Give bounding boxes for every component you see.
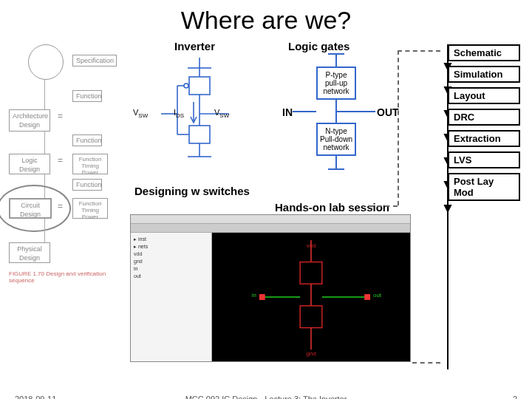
vsw-label-right: VSW: [214, 108, 229, 119]
svg-rect-3: [189, 77, 210, 95]
cmos-inverter-diagram: [155, 58, 244, 176]
svg-marker-23: [445, 205, 451, 211]
flow-layout: Layout: [448, 87, 520, 104]
eda-toolbar: [131, 224, 410, 233]
footer-page-number: 2: [513, 395, 517, 399]
eda-flow: Schematic Simulation Layout DRC Extracti…: [443, 44, 525, 205]
svg-rect-27: [300, 306, 322, 328]
in-label: IN: [282, 106, 293, 118]
tree-item: gnd: [134, 258, 208, 265]
function-label-1: Function: [72, 90, 102, 102]
wire: [337, 111, 375, 112]
dashed-line: [398, 50, 440, 52]
eda-schematic-canvas: vdd gnd in out: [212, 233, 410, 361]
wire: [335, 53, 337, 66]
flow-postlay: Post Lay Mod: [448, 173, 520, 201]
svg-point-4: [184, 83, 188, 88]
p-network-box: P-type pull-up network: [316, 66, 356, 100]
logic-design-box: Logic Design: [9, 154, 50, 174]
architecture-box: Architecture Design: [9, 109, 50, 132]
wire: [328, 53, 344, 55]
footer-title: MCC 092 IC Design - Lecture 3: The Inver…: [0, 395, 532, 399]
eda-menubar: [131, 215, 410, 224]
hands-on-label: Hands-on lab session: [275, 201, 389, 214]
out-label: OUT: [377, 106, 399, 118]
dashed-line: [369, 205, 398, 207]
designing-switches-label: Designing w switches: [134, 185, 250, 197]
ftp-box-2: Function Timing Power: [72, 198, 108, 219]
flow-line: [44, 132, 45, 154]
equal-1: =: [58, 111, 63, 121]
flow-drc: DRC: [448, 109, 520, 126]
svg-rect-32: [364, 294, 370, 300]
ftp-box-1: Function Timing Power: [72, 154, 108, 174]
svg-rect-25: [300, 262, 322, 284]
ids-label: IDS: [174, 108, 184, 119]
svg-text:vdd: vdd: [307, 242, 316, 249]
n-network-box: N-type Pull-down network: [316, 123, 356, 156]
function-label-2: Function: [72, 134, 102, 146]
wire: [335, 155, 337, 168]
slide-title: Where are we?: [0, 6, 532, 35]
specification-circle: [28, 44, 64, 80]
flow-line: [44, 219, 45, 242]
figure-caption: FIGURE 1.70 Design and verification sequ…: [9, 270, 120, 284]
equal-2: =: [58, 155, 63, 166]
flow-line: [44, 80, 45, 109]
tree-item: ▸ nets: [134, 243, 208, 250]
logic-gates-heading: Logic gates: [288, 40, 349, 52]
svg-text:out: out: [373, 292, 382, 299]
flow-extraction: Extraction: [448, 130, 520, 147]
tree-item: ▸ inst: [134, 236, 208, 243]
tree-item: in: [134, 265, 208, 273]
tree-item: out: [134, 273, 208, 280]
function-label-3: Function: [72, 179, 102, 191]
vsw-label-left: VSW: [133, 108, 148, 119]
equal-3: =: [58, 201, 63, 211]
wire: [293, 111, 316, 112]
tree-item: vdd: [134, 250, 208, 258]
eda-screenshot: ▸ inst ▸ nets vdd gnd in out vd: [130, 214, 411, 362]
svg-rect-8: [189, 126, 210, 143]
physical-design-box: Physical Design: [9, 242, 50, 263]
inverter-heading: Inverter: [174, 40, 215, 52]
svg-rect-31: [259, 294, 265, 300]
dashed-line: [398, 50, 399, 205]
flow-schematic: Schematic: [448, 44, 520, 61]
svg-text:in: in: [252, 292, 256, 299]
eda-tree-panel: ▸ inst ▸ nets vdd gnd in out: [131, 233, 212, 361]
dashed-line: [412, 362, 440, 364]
svg-text:gnd: gnd: [306, 350, 316, 357]
flow-simulation: Simulation: [448, 66, 520, 83]
wire: [328, 168, 344, 170]
specification-label: Specification: [72, 55, 117, 66]
flow-lvs: LVS: [448, 151, 520, 168]
